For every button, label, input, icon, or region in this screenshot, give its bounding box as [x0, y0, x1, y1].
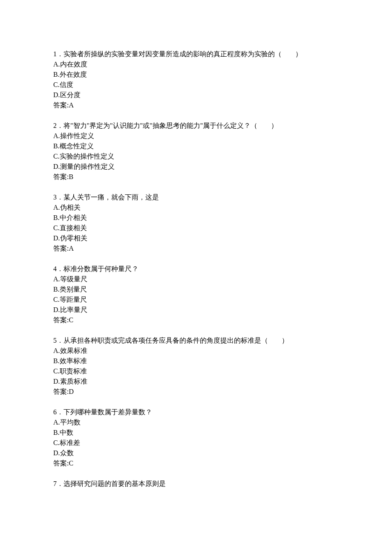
question-answer: 答案:A	[53, 100, 339, 110]
question-option: A.效果标准	[53, 346, 339, 356]
question-prompt: 3．某人关节一痛，就会下雨，这是	[53, 192, 339, 202]
question-option: C.等距量尺	[53, 295, 339, 305]
question-answer: 答案:B	[53, 172, 339, 182]
question-answer: 答案:C	[53, 458, 339, 468]
question-option: C.直接相关	[53, 223, 339, 233]
question-option: D.素质标准	[53, 376, 339, 387]
question-prompt: 1．实验者所操纵的实验变量对因变量所造成的影响的真正程度称为实验的（ ）	[53, 49, 339, 59]
question-prompt: 2．将"智力"界定为"认识能力"或"抽象思考的能力"属于什么定义？（ ）	[53, 121, 339, 131]
question-block: 5．从承担各种职责或完成各项任务应具备的条件的角度提出的标准是（ ）A.效果标准…	[53, 335, 339, 397]
question-option: D.众数	[53, 448, 339, 458]
question-option: D.测量的操作性定义	[53, 162, 339, 172]
question-option: B.中数	[53, 428, 339, 438]
question-option: B.类别量尺	[53, 284, 339, 295]
question-option: C.信度	[53, 80, 339, 90]
question-prompt: 4．标准分数属于何种量尺？	[53, 264, 339, 274]
question-option: A.平均数	[53, 417, 339, 428]
question-option: D.比率量尺	[53, 305, 339, 315]
question-answer: 答案:A	[53, 243, 339, 254]
question-option: A.伪相关	[53, 202, 339, 213]
question-block: 6．下列哪种量数属于差异量数？A.平均数B.中数C.标准差D.众数答案:C	[53, 407, 339, 468]
question-block: 3．某人关节一痛，就会下雨，这是A.伪相关B.中介相关C.直接相关D.伪零相关答…	[53, 192, 339, 254]
question-answer: 答案:D	[53, 387, 339, 397]
question-block: 7．选择研究问题的首要的基本原则是	[53, 479, 339, 489]
question-option: B.概念性定义	[53, 141, 339, 151]
question-option: B.外在效度	[53, 69, 339, 80]
question-option: A.等级量尺	[53, 274, 339, 284]
question-option: A.内在效度	[53, 59, 339, 69]
question-prompt: 5．从承担各种职责或完成各项任务应具备的条件的角度提出的标准是（ ）	[53, 335, 339, 346]
question-option: D.伪零相关	[53, 233, 339, 243]
question-option: A.操作性定义	[53, 131, 339, 141]
question-answer: 答案:C	[53, 315, 339, 325]
question-prompt: 7．选择研究问题的首要的基本原则是	[53, 479, 339, 489]
question-option: B.效率标准	[53, 356, 339, 366]
questions-container: 1．实验者所操纵的实验变量对因变量所造成的影响的真正程度称为实验的（ ）A.内在…	[53, 49, 339, 489]
question-option: C.职责标准	[53, 366, 339, 376]
question-block: 1．实验者所操纵的实验变量对因变量所造成的影响的真正程度称为实验的（ ）A.内在…	[53, 49, 339, 110]
question-block: 2．将"智力"界定为"认识能力"或"抽象思考的能力"属于什么定义？（ ）A.操作…	[53, 121, 339, 182]
question-block: 4．标准分数属于何种量尺？A.等级量尺B.类别量尺C.等距量尺D.比率量尺答案:…	[53, 264, 339, 325]
question-option: C.标准差	[53, 438, 339, 448]
question-prompt: 6．下列哪种量数属于差异量数？	[53, 407, 339, 417]
question-option: D.区分度	[53, 90, 339, 100]
question-option: C.实验的操作性定义	[53, 151, 339, 162]
document-page: 1．实验者所操纵的实验变量对因变量所造成的影响的真正程度称为实验的（ ）A.内在…	[0, 0, 392, 555]
question-option: B.中介相关	[53, 213, 339, 223]
